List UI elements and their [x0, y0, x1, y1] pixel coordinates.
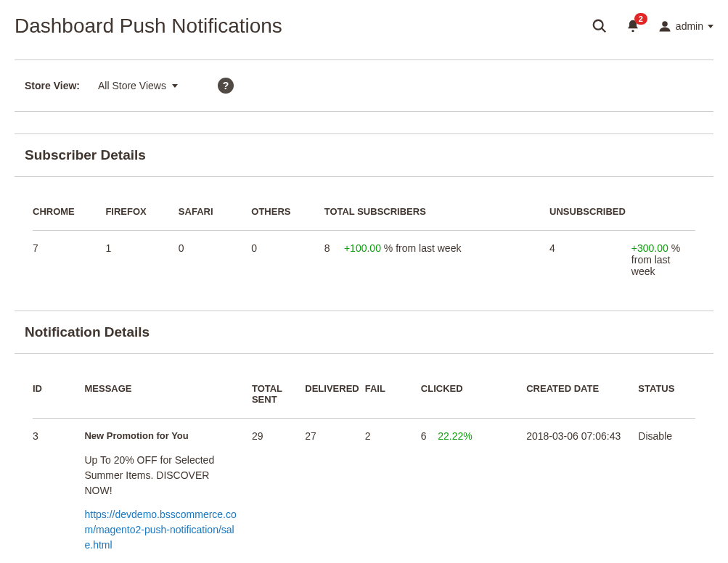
col-safari: SAFARI [179, 199, 251, 231]
svg-point-2 [631, 30, 634, 32]
store-view-label: Store View: [25, 80, 80, 91]
col-total: TOTAL SUBSCRIBERS [324, 199, 549, 231]
store-view-bar: Store View: All Store Views ? [15, 59, 713, 112]
svg-point-0 [594, 20, 603, 30]
notification-section-title: Notification Details [15, 311, 713, 354]
col-firefox: FIREFOX [105, 199, 178, 231]
col-created: CREATED DATE [526, 376, 638, 419]
chevron-down-icon [172, 84, 178, 88]
message-link[interactable]: https://devdemo.bsscommerce.com/magento2… [84, 507, 237, 553]
search-icon[interactable] [592, 18, 608, 34]
cell-total-sent: 29 [252, 419, 305, 564]
chevron-down-icon [708, 25, 713, 28]
cell-delivered: 27 [305, 419, 364, 564]
cell-clicked: 6 22.22% [421, 419, 526, 564]
cell-chrome: 7 [33, 231, 105, 289]
page-title: Dashboard Push Notifications [15, 15, 282, 38]
col-message: MESSAGE [84, 376, 251, 419]
cell-firefox: 1 [105, 231, 178, 289]
col-unsub: UNSUBSCRIBED [549, 199, 631, 231]
cell-total: 8 +100.00 % from last week [324, 231, 549, 289]
svg-line-1 [602, 28, 606, 33]
subscriber-section-title: Subscriber Details [15, 133, 713, 177]
subscriber-table: CHROME FIREFOX SAFARI OTHERS TOTAL SUBSC… [33, 199, 695, 289]
cell-others: 0 [251, 231, 324, 289]
col-fail: FAIL [365, 376, 421, 419]
col-delivered: DELIVERED [305, 376, 364, 419]
svg-point-3 [662, 21, 668, 27]
notifications-icon[interactable]: 2 [626, 19, 640, 33]
col-status: STATUS [638, 376, 695, 419]
user-label: admin [676, 20, 703, 32]
table-row: 3New Promotion for YouUp To 20% OFF for … [33, 419, 695, 564]
user-icon [658, 20, 671, 33]
cell-status: Disable [638, 419, 695, 564]
notifications-badge: 2 [634, 13, 647, 25]
col-id: ID [33, 376, 84, 419]
cell-unsub: 4 [549, 231, 631, 289]
notification-table: ID MESSAGE TOTAL SENT DELIVERED FAIL CLI… [33, 376, 695, 563]
subscriber-row: 7 1 0 0 8 +100.00 % from last week 4 +30… [33, 231, 695, 289]
store-view-select[interactable]: All Store Views [98, 80, 178, 91]
message-body: Up To 20% OFF for Selected Summer Items.… [84, 453, 237, 498]
message-title: New Promotion for You [84, 430, 237, 441]
user-menu[interactable]: admin [658, 20, 713, 33]
col-clicked: CLICKED [421, 376, 526, 419]
notification-section: Notification Details ID MESSAGE TOTAL SE… [15, 311, 713, 563]
page-header: Dashboard Push Notifications 2 admin [15, 0, 713, 59]
cell-fail: 2 [365, 419, 421, 564]
subscriber-section: Subscriber Details CHROME FIREFOX SAFARI… [15, 133, 713, 289]
cell-message: New Promotion for YouUp To 20% OFF for S… [84, 419, 251, 564]
help-icon[interactable]: ? [218, 78, 234, 94]
col-others: OTHERS [251, 199, 324, 231]
cell-safari: 0 [179, 231, 251, 289]
col-chrome: CHROME [33, 199, 105, 231]
col-total-sent: TOTAL SENT [252, 376, 305, 419]
header-actions: 2 admin [592, 18, 713, 34]
cell-id: 3 [33, 419, 84, 564]
cell-created: 2018-03-06 07:06:43 [526, 419, 638, 564]
store-view-value: All Store Views [98, 80, 166, 91]
